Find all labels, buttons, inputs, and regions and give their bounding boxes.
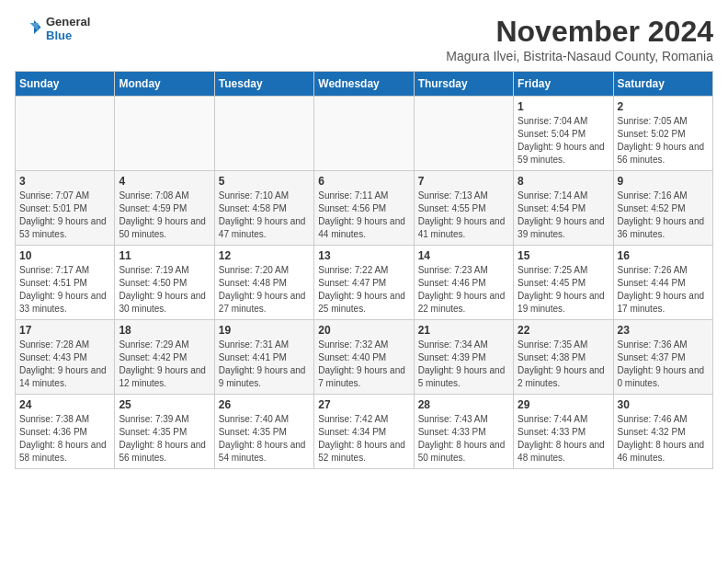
day-info: Sunrise: 7:11 AMSunset: 4:56 PMDaylight:… [318, 190, 409, 241]
day-number: 2 [618, 100, 709, 113]
logo-text: General Blue [46, 15, 90, 42]
calendar-cell: 26Sunrise: 7:40 AMSunset: 4:35 PMDayligh… [214, 395, 313, 469]
calendar-cell [16, 97, 115, 171]
calendar-week-row: 1Sunrise: 7:04 AMSunset: 5:04 PMDaylight… [16, 97, 713, 171]
day-info: Sunrise: 7:32 AMSunset: 4:40 PMDaylight:… [318, 339, 409, 390]
day-info: Sunrise: 7:34 AMSunset: 4:39 PMDaylight:… [418, 339, 509, 390]
calendar-cell: 17Sunrise: 7:28 AMSunset: 4:43 PMDayligh… [16, 320, 115, 395]
calendar-cell: 18Sunrise: 7:29 AMSunset: 4:42 PMDayligh… [115, 320, 214, 395]
day-number: 20 [318, 324, 409, 337]
day-number: 16 [618, 249, 709, 262]
day-info: Sunrise: 7:28 AMSunset: 4:43 PMDaylight:… [19, 339, 110, 390]
day-number: 26 [219, 398, 310, 411]
calendar-cell: 28Sunrise: 7:43 AMSunset: 4:33 PMDayligh… [414, 395, 513, 469]
day-number: 10 [19, 249, 110, 262]
location-subtitle: Magura Ilvei, Bistrita-Nasaud County, Ro… [446, 49, 713, 63]
day-info: Sunrise: 7:38 AMSunset: 4:36 PMDaylight:… [19, 413, 110, 465]
day-number: 18 [119, 324, 210, 337]
calendar-cell: 8Sunrise: 7:14 AMSunset: 4:54 PMDaylight… [514, 171, 613, 246]
day-info: Sunrise: 7:19 AMSunset: 4:50 PMDaylight:… [119, 264, 210, 316]
day-info: Sunrise: 7:31 AMSunset: 4:41 PMDaylight:… [219, 339, 310, 390]
calendar-cell: 25Sunrise: 7:39 AMSunset: 4:35 PMDayligh… [115, 395, 214, 469]
calendar-cell: 27Sunrise: 7:42 AMSunset: 4:34 PMDayligh… [314, 395, 414, 469]
weekday-header-friday: Friday [514, 72, 613, 97]
weekday-header-sunday: Sunday [16, 72, 115, 97]
calendar-cell: 13Sunrise: 7:22 AMSunset: 4:47 PMDayligh… [314, 246, 414, 320]
day-info: Sunrise: 7:17 AMSunset: 4:51 PMDaylight:… [19, 264, 110, 316]
day-info: Sunrise: 7:44 AMSunset: 4:33 PMDaylight:… [518, 413, 609, 465]
day-number: 8 [518, 175, 609, 188]
day-info: Sunrise: 7:29 AMSunset: 4:42 PMDaylight:… [119, 339, 210, 390]
calendar-cell [414, 97, 513, 171]
calendar-cell [314, 97, 414, 171]
day-number: 21 [418, 324, 509, 337]
day-number: 12 [219, 249, 310, 262]
day-number: 1 [518, 100, 609, 113]
day-info: Sunrise: 7:26 AMSunset: 4:44 PMDaylight:… [618, 264, 709, 316]
calendar-cell: 14Sunrise: 7:23 AMSunset: 4:46 PMDayligh… [414, 246, 513, 320]
day-info: Sunrise: 7:46 AMSunset: 4:32 PMDaylight:… [618, 413, 709, 465]
calendar-cell: 24Sunrise: 7:38 AMSunset: 4:36 PMDayligh… [16, 395, 115, 469]
day-info: Sunrise: 7:42 AMSunset: 4:34 PMDaylight:… [318, 413, 409, 465]
calendar-cell: 12Sunrise: 7:20 AMSunset: 4:48 PMDayligh… [214, 246, 313, 320]
calendar-cell: 3Sunrise: 7:07 AMSunset: 5:01 PMDaylight… [16, 171, 115, 246]
calendar-cell [115, 97, 214, 171]
day-info: Sunrise: 7:43 AMSunset: 4:33 PMDaylight:… [418, 413, 509, 465]
day-info: Sunrise: 7:16 AMSunset: 4:52 PMDaylight:… [618, 190, 709, 241]
weekday-header-thursday: Thursday [414, 72, 513, 97]
day-info: Sunrise: 7:39 AMSunset: 4:35 PMDaylight:… [119, 413, 210, 465]
title-section: November 2024 Magura Ilvei, Bistrita-Nas… [446, 15, 713, 63]
day-number: 27 [318, 398, 409, 411]
day-number: 15 [518, 249, 609, 262]
calendar-table: SundayMondayTuesdayWednesdayThursdayFrid… [15, 71, 713, 469]
day-info: Sunrise: 7:14 AMSunset: 4:54 PMDaylight:… [518, 190, 609, 241]
day-number: 3 [19, 175, 110, 188]
calendar-cell: 15Sunrise: 7:25 AMSunset: 4:45 PMDayligh… [514, 246, 613, 320]
day-number: 29 [518, 398, 609, 411]
calendar-week-row: 3Sunrise: 7:07 AMSunset: 5:01 PMDaylight… [16, 171, 713, 246]
weekday-header-wednesday: Wednesday [314, 72, 414, 97]
calendar-cell: 4Sunrise: 7:08 AMSunset: 4:59 PMDaylight… [115, 171, 214, 246]
calendar-cell: 1Sunrise: 7:04 AMSunset: 5:04 PMDaylight… [514, 97, 613, 171]
calendar-cell: 29Sunrise: 7:44 AMSunset: 4:33 PMDayligh… [514, 395, 613, 469]
weekday-header-row: SundayMondayTuesdayWednesdayThursdayFrid… [16, 72, 713, 97]
day-info: Sunrise: 7:20 AMSunset: 4:48 PMDaylight:… [219, 264, 310, 316]
day-info: Sunrise: 7:23 AMSunset: 4:46 PMDaylight:… [418, 264, 509, 316]
day-info: Sunrise: 7:04 AMSunset: 5:04 PMDaylight:… [518, 115, 609, 167]
calendar-week-row: 24Sunrise: 7:38 AMSunset: 4:36 PMDayligh… [16, 395, 713, 469]
day-info: Sunrise: 7:22 AMSunset: 4:47 PMDaylight:… [318, 264, 409, 316]
day-info: Sunrise: 7:36 AMSunset: 4:37 PMDaylight:… [618, 339, 709, 390]
month-title: November 2024 [446, 15, 713, 49]
day-number: 13 [318, 249, 409, 262]
day-info: Sunrise: 7:07 AMSunset: 5:01 PMDaylight:… [19, 190, 110, 241]
page-header: General Blue November 2024 Magura Ilvei,… [15, 15, 713, 63]
calendar-cell: 10Sunrise: 7:17 AMSunset: 4:51 PMDayligh… [16, 246, 115, 320]
calendar-cell: 9Sunrise: 7:16 AMSunset: 4:52 PMDaylight… [613, 171, 712, 246]
day-number: 17 [19, 324, 110, 337]
calendar-cell: 30Sunrise: 7:46 AMSunset: 4:32 PMDayligh… [613, 395, 712, 469]
day-info: Sunrise: 7:40 AMSunset: 4:35 PMDaylight:… [219, 413, 310, 465]
day-info: Sunrise: 7:08 AMSunset: 4:59 PMDaylight:… [119, 190, 210, 241]
day-number: 19 [219, 324, 310, 337]
calendar-cell: 20Sunrise: 7:32 AMSunset: 4:40 PMDayligh… [314, 320, 414, 395]
weekday-header-saturday: Saturday [613, 72, 712, 97]
day-number: 14 [418, 249, 509, 262]
day-info: Sunrise: 7:05 AMSunset: 5:02 PMDaylight:… [618, 115, 709, 167]
calendar-week-row: 17Sunrise: 7:28 AMSunset: 4:43 PMDayligh… [16, 320, 713, 395]
day-info: Sunrise: 7:25 AMSunset: 4:45 PMDaylight:… [518, 264, 609, 316]
calendar-cell: 7Sunrise: 7:13 AMSunset: 4:55 PMDaylight… [414, 171, 513, 246]
day-number: 30 [618, 398, 709, 411]
calendar-cell: 11Sunrise: 7:19 AMSunset: 4:50 PMDayligh… [115, 246, 214, 320]
day-number: 28 [418, 398, 509, 411]
day-number: 24 [19, 398, 110, 411]
calendar-cell [214, 97, 313, 171]
calendar-week-row: 10Sunrise: 7:17 AMSunset: 4:51 PMDayligh… [16, 246, 713, 320]
weekday-header-monday: Monday [115, 72, 214, 97]
calendar-cell: 6Sunrise: 7:11 AMSunset: 4:56 PMDaylight… [314, 171, 414, 246]
calendar-cell: 5Sunrise: 7:10 AMSunset: 4:58 PMDaylight… [214, 171, 313, 246]
calendar-cell: 19Sunrise: 7:31 AMSunset: 4:41 PMDayligh… [214, 320, 313, 395]
weekday-header-tuesday: Tuesday [214, 72, 313, 97]
calendar-cell: 23Sunrise: 7:36 AMSunset: 4:37 PMDayligh… [613, 320, 712, 395]
day-number: 5 [219, 175, 310, 188]
day-number: 7 [418, 175, 509, 188]
